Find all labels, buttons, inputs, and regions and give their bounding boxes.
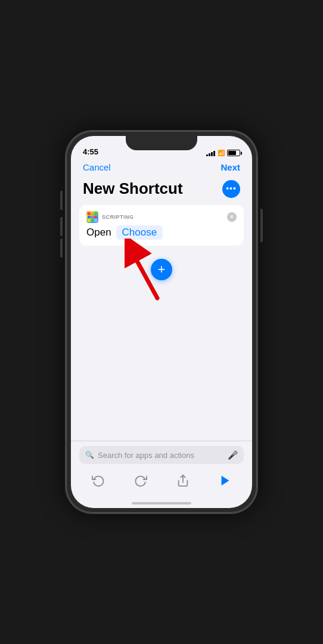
search-bar[interactable]: 🔍 Search for apps and actions 🎤 bbox=[79, 446, 244, 464]
more-dots-icon: ••• bbox=[226, 184, 237, 193]
status-icons: 📶 bbox=[206, 150, 240, 156]
add-action-button[interactable]: + bbox=[151, 259, 172, 280]
page-title: New Shortcut bbox=[83, 179, 183, 198]
svg-marker-3 bbox=[221, 476, 229, 486]
phone-screen: 4:55 📶 Cancel Next New Shortcut bbox=[71, 136, 252, 508]
action-choose-button[interactable]: Choose bbox=[116, 225, 163, 240]
add-button-wrapper: + bbox=[79, 254, 244, 290]
signal-icon bbox=[206, 150, 215, 156]
plus-icon: + bbox=[158, 263, 166, 276]
play-button[interactable] bbox=[216, 471, 235, 490]
undo-button[interactable] bbox=[89, 471, 108, 490]
close-action-button[interactable]: × bbox=[227, 212, 237, 222]
home-bar bbox=[132, 502, 191, 504]
share-button[interactable] bbox=[173, 471, 192, 490]
nav-bar: Cancel Next bbox=[71, 160, 252, 177]
phone-frame: 4:55 📶 Cancel Next New Shortcut bbox=[66, 131, 257, 513]
mic-icon[interactable]: 🎤 bbox=[228, 450, 238, 460]
scripting-label: SCRIPTING bbox=[102, 214, 134, 220]
bottom-toolbar bbox=[71, 466, 252, 496]
next-button[interactable]: Next bbox=[220, 162, 240, 172]
status-time: 4:55 bbox=[83, 147, 98, 156]
content-area: SCRIPTING × Open Choose + bbox=[71, 205, 252, 441]
close-icon: × bbox=[230, 214, 234, 220]
battery-icon bbox=[227, 150, 240, 156]
action-open-label: Open bbox=[86, 227, 111, 239]
action-card: SCRIPTING × Open Choose bbox=[79, 205, 244, 246]
home-indicator bbox=[71, 496, 252, 508]
wifi-icon: 📶 bbox=[218, 150, 225, 156]
search-icon: 🔍 bbox=[85, 451, 94, 459]
more-button[interactable]: ••• bbox=[222, 180, 240, 198]
redo-button[interactable] bbox=[131, 471, 150, 490]
title-area: New Shortcut ••• bbox=[71, 177, 252, 205]
cancel-button[interactable]: Cancel bbox=[83, 162, 111, 172]
bottom-search-area: 🔍 Search for apps and actions 🎤 bbox=[71, 441, 252, 466]
scripting-icon bbox=[86, 211, 98, 223]
phone-notch bbox=[126, 136, 197, 150]
search-placeholder: Search for apps and actions bbox=[98, 451, 224, 460]
action-body: Open Choose bbox=[86, 225, 237, 240]
action-card-header: SCRIPTING × bbox=[86, 211, 237, 223]
